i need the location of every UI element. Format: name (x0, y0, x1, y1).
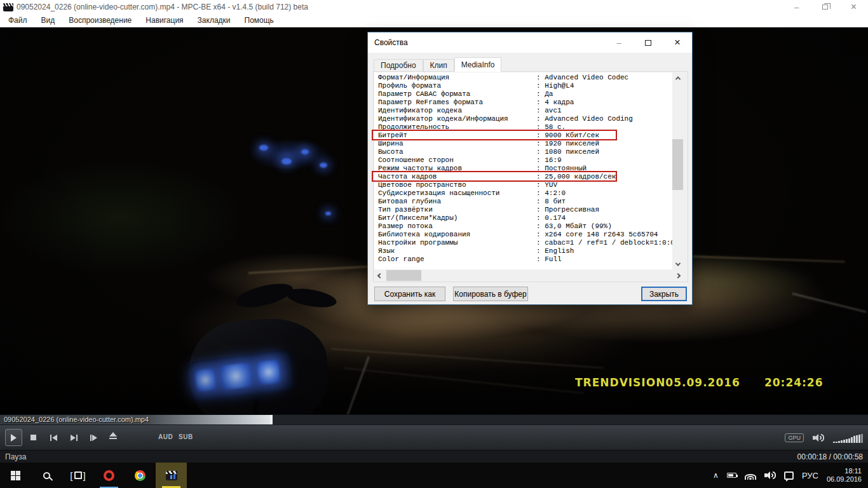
audio-track-button[interactable]: AUD (158, 433, 173, 440)
mpc-be-icon (166, 471, 177, 480)
mediainfo-row: Ширина: 1920 пикселей (378, 140, 672, 148)
menu-help[interactable]: Помощь (238, 14, 281, 27)
screen: 09052024_0226 (online-video-cutter.com).… (0, 0, 868, 488)
chevron-left-icon (377, 273, 382, 278)
menu-navigation[interactable]: Навигация (139, 14, 190, 27)
controlbar-right: GPU (785, 425, 863, 451)
led-segment (257, 360, 281, 385)
frame-step-button[interactable] (90, 433, 97, 442)
horizontal-scrollbar[interactable] (374, 270, 683, 281)
tray-chevron-icon[interactable]: ∧ (713, 471, 719, 480)
dialog-close-button[interactable]: × (663, 32, 692, 53)
tab-clip[interactable]: Клип (423, 59, 454, 72)
volume-slider[interactable] (833, 433, 863, 443)
mediainfo-row: Язык: English (378, 247, 672, 255)
volume-mute-button[interactable] (813, 433, 824, 442)
skip-back-icon (50, 435, 51, 441)
previous-button[interactable] (50, 433, 57, 442)
skip-forward-icon (71, 435, 76, 441)
scroll-left-button[interactable] (374, 270, 385, 281)
blue-light (320, 163, 327, 168)
scroll-right-button[interactable] (672, 270, 683, 281)
close-button[interactable]: × (839, 0, 868, 14)
dialog-tabs: Подробно Клип MediaInfo (374, 57, 501, 72)
taskbar-opera[interactable] (93, 463, 125, 488)
minimize-button[interactable]: – (782, 0, 811, 14)
taskbar-clock[interactable]: 18:11 06.09.2016 (827, 467, 862, 484)
task-view-button[interactable]: [] (62, 463, 93, 488)
next-button[interactable] (71, 433, 78, 442)
mediainfo-row: Параметр CABAC формата: Да (378, 90, 672, 98)
dialog-title: Свойства (374, 38, 408, 47)
restore-button[interactable] (811, 0, 839, 14)
mediainfo-row: Бит/(Пиксели*Кадры): 0.174 (378, 214, 672, 222)
mediainfo-row: Идентификатор кодека: avc1 (378, 107, 672, 115)
horizontal-scroll-thumb[interactable] (386, 270, 421, 281)
play-button[interactable] (5, 429, 22, 446)
properties-dialog: Свойства – × Подробно Клип MediaInfo Фор… (367, 32, 693, 305)
wifi-icon[interactable] (745, 471, 756, 480)
blue-light (259, 145, 268, 151)
close-dialog-button[interactable]: Закрыть (641, 287, 687, 301)
speaker-icon[interactable] (764, 471, 776, 480)
action-center-icon[interactable] (784, 471, 794, 480)
battery-icon[interactable] (727, 473, 736, 478)
blue-light (281, 158, 292, 165)
vertical-scrollbar[interactable] (672, 72, 683, 269)
taskbar-mpc-be[interactable] (156, 463, 187, 488)
system-tray: ∧ РУС 18:11 06.09.2016 (713, 463, 868, 488)
time-display: 00:00:18 / 00:00:58 (797, 452, 863, 461)
vertical-scroll-thumb[interactable] (672, 139, 683, 190)
seekbar-thumb[interactable] (270, 415, 273, 425)
clock-date: 06.09.2016 (827, 475, 862, 484)
mediainfo-row: Формат/Информация: Advanced Video Codec (378, 74, 672, 82)
chevron-right-icon (675, 273, 680, 278)
scroll-up-button[interactable] (672, 72, 683, 83)
menu-view[interactable]: Вид (34, 14, 62, 27)
save-as-button[interactable]: Сохранить как (374, 287, 445, 301)
restore-icon (822, 4, 828, 10)
dashcam-brand-date: TRENDVISION05.09.2016 (575, 376, 740, 389)
radar-detector-stem (253, 399, 259, 414)
mediainfo-row: Размер потока: 63,0 Мбайт (99%) (378, 222, 672, 231)
mediainfo-row: Настройки программы: cabac=1 / ref=1 / d… (378, 239, 672, 247)
tab-details[interactable]: Подробно (374, 59, 423, 72)
tab-mediainfo[interactable]: MediaInfo (454, 57, 502, 72)
task-view-icon: [] (70, 471, 85, 480)
mediainfo-row-highlighted: Частота кадров: 25,000 кадров/сек (378, 173, 672, 181)
dialog-minimize-button[interactable]: – (604, 32, 634, 53)
scroll-down-button[interactable] (672, 259, 683, 269)
menubar: Файл Вид Воспроизведение Навигация Закла… (0, 14, 868, 27)
mediainfo-row: Высота: 1080 пикселей (378, 148, 672, 156)
copy-to-clipboard-button[interactable]: Копировать в буфер (453, 287, 528, 301)
blue-light (301, 149, 309, 154)
player-statusbar: Пауза 00:00:18 / 00:00:58 (0, 450, 868, 463)
mediainfo-row: Color range: Full (378, 255, 672, 264)
dashcam-time: 20:24:26 (764, 376, 824, 389)
menu-playback[interactable]: Воспроизведение (62, 14, 139, 27)
language-indicator[interactable]: РУС (802, 471, 818, 480)
mediainfo-row: Идентификатор кодека/Информация: Advance… (378, 115, 672, 123)
menu-bookmarks[interactable]: Закладки (191, 14, 238, 27)
eject-button[interactable] (109, 432, 117, 442)
eject-icon (109, 432, 117, 437)
stop-icon (31, 435, 36, 440)
subtitle-track-button[interactable]: SUB (179, 433, 193, 440)
playback-status: Пауза (5, 452, 26, 461)
taskbar-chrome[interactable] (125, 463, 156, 488)
taskbar-apps: [] (0, 463, 187, 488)
chevron-up-icon (675, 76, 680, 81)
taskbar-search-button[interactable] (31, 463, 62, 488)
dialog-maximize-button[interactable] (634, 32, 663, 53)
mediainfo-row: Битовая глубина: 8 бит (378, 198, 672, 206)
frame-step-icon (90, 435, 92, 441)
start-button[interactable] (0, 463, 31, 488)
mediainfo-row: Цветовое пространство: YUV (378, 181, 672, 189)
menu-file[interactable]: Файл (1, 14, 34, 27)
seekbar[interactable]: 09052024_0226 (online-video-cutter.com).… (0, 414, 868, 424)
windows-logo-icon (11, 471, 20, 480)
chevron-down-icon (675, 261, 680, 266)
mediainfo-list[interactable]: Формат/Информация: Advanced Video CodecП… (374, 72, 683, 269)
mediainfo-tab-page: Формат/Информация: Advanced Video CodecП… (373, 71, 688, 282)
stop-button[interactable] (31, 433, 36, 442)
